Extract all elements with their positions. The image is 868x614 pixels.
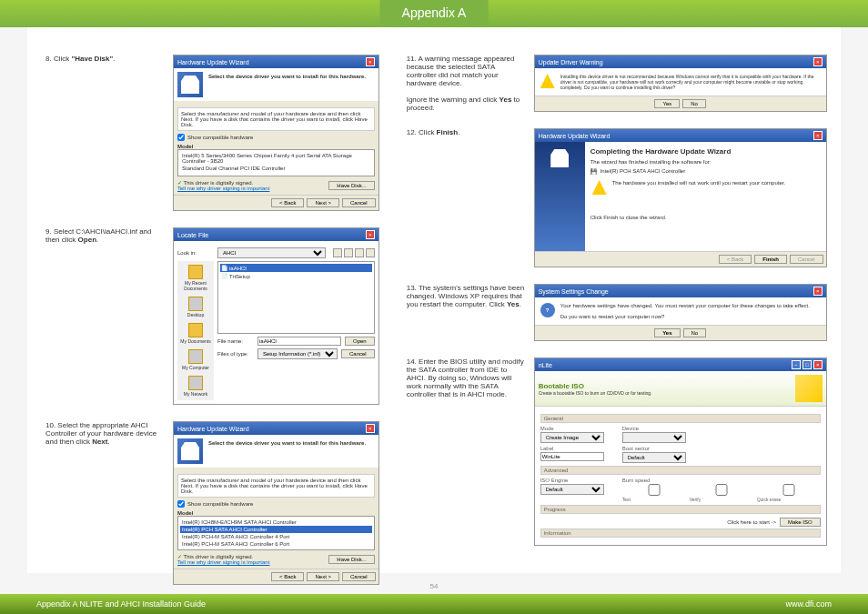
no-button[interactable]: No bbox=[682, 99, 706, 108]
views-icon[interactable] bbox=[366, 248, 375, 257]
file-list[interactable]: 📄iaAHCI 📄TrtSetup bbox=[217, 261, 375, 334]
open-button[interactable]: Open bbox=[345, 337, 375, 346]
folder-select[interactable]: AHCI bbox=[217, 247, 326, 258]
warning-icon bbox=[592, 180, 607, 195]
verify-check[interactable] bbox=[690, 484, 753, 496]
step-after: . bbox=[113, 55, 115, 63]
warn-titlebar: Update Driver Warning× bbox=[535, 55, 826, 68]
model-list[interactable]: Intel(R) 5 Series/3400 Series Chipset Fa… bbox=[177, 149, 375, 176]
title: System Settings Change bbox=[539, 288, 609, 295]
filetype-select[interactable]: Setup Information (*.inf) bbox=[257, 348, 338, 359]
finish-p3: Click Finish to close the wizard. bbox=[590, 215, 821, 220]
up-icon[interactable] bbox=[344, 248, 353, 257]
finish-heading: Completing the Hardware Update Wizard bbox=[590, 147, 821, 156]
close-icon[interactable]: × bbox=[366, 57, 375, 66]
model-item[interactable]: Intel(R) PCH-M SATA AHCI Controller 4 Po… bbox=[180, 533, 372, 540]
filename-input[interactable] bbox=[257, 337, 341, 346]
footer-left: Appendix A NLITE and AHCI Installation G… bbox=[36, 599, 206, 609]
make-iso-button[interactable]: Make ISO bbox=[780, 518, 821, 527]
step-body: Enter the BIOS utility and modify the SA… bbox=[407, 357, 524, 398]
right-column: 11. A warning message appeared because t… bbox=[407, 55, 827, 564]
wizard-icon bbox=[177, 438, 203, 464]
mode-label: Mode bbox=[540, 426, 604, 431]
model-list[interactable]: Intel(R) ICH8M-E/ICH9M SATA AHCI Control… bbox=[177, 516, 375, 550]
place-recent[interactable]: My Recent Documents bbox=[179, 265, 212, 291]
close-icon[interactable]: × bbox=[813, 57, 823, 66]
signing-link[interactable]: Tell me why driver signing is important bbox=[177, 186, 269, 191]
step-8: 8. Click "Have Disk". Hardware Update Wi… bbox=[45, 55, 379, 211]
back-button[interactable]: < Back bbox=[271, 198, 305, 207]
test-check[interactable] bbox=[622, 484, 686, 496]
place-docs[interactable]: My Documents bbox=[180, 323, 210, 344]
step-bold: Yes bbox=[507, 300, 520, 308]
step-body: A warning message appeared because the s… bbox=[407, 55, 515, 87]
info-label: Information bbox=[540, 528, 821, 538]
places-bar: My Recent Documents Desktop My Documents… bbox=[177, 261, 214, 400]
file-item[interactable]: 📄iaAHCI bbox=[220, 264, 372, 272]
finish-button[interactable]: Finish bbox=[754, 255, 787, 264]
label-input[interactable] bbox=[540, 452, 604, 461]
step-after: . bbox=[458, 128, 459, 136]
step-body: Click bbox=[54, 55, 72, 63]
model-item[interactable]: Intel(R) 5 Series/3400 Series Chipset Fa… bbox=[180, 152, 372, 165]
step-14-text: 14. Enter the BIOS utility and modify th… bbox=[407, 357, 525, 398]
cancel-button[interactable]: Cancel bbox=[790, 255, 823, 264]
step-14: 14. Enter the BIOS utility and modify th… bbox=[407, 357, 827, 546]
close-icon[interactable]: × bbox=[813, 287, 823, 296]
compat-checkbox[interactable] bbox=[177, 134, 185, 141]
back-button[interactable]: < Back bbox=[719, 255, 752, 264]
bootsec-select[interactable]: Default bbox=[622, 452, 686, 463]
model-item[interactable]: Intel(R) ICH8M-E/ICH9M SATA AHCI Control… bbox=[180, 518, 372, 526]
max-icon[interactable]: □ bbox=[802, 360, 812, 369]
device-select[interactable] bbox=[622, 432, 686, 443]
have-disk-button[interactable]: Have Disk... bbox=[328, 555, 374, 564]
page-content: 8. Click "Have Disk". Hardware Update Wi… bbox=[27, 27, 841, 573]
step-9-text: 9. Select C:\AHCI\iaAHCI.inf and then cl… bbox=[45, 227, 164, 244]
close-icon[interactable]: × bbox=[366, 230, 375, 239]
yes-button[interactable]: Yes bbox=[654, 328, 680, 337]
newfolder-icon[interactable] bbox=[355, 248, 364, 257]
model-item[interactable]: Intel(R) PCH-M SATA AHCI Controller 6 Po… bbox=[180, 540, 372, 548]
step-num: 13. bbox=[407, 284, 417, 292]
close-icon[interactable]: × bbox=[813, 360, 823, 369]
step-13-text: 13. The system's settings have been chan… bbox=[407, 284, 525, 308]
next-button[interactable]: Next > bbox=[307, 198, 339, 207]
finish-p2: The hardware you installed will not work… bbox=[612, 180, 785, 186]
back-icon[interactable] bbox=[333, 248, 342, 257]
min-icon[interactable]: − bbox=[792, 360, 801, 369]
model-item[interactable]: Intel(R) PCH SATA AHCI Controller bbox=[180, 526, 372, 533]
file-item[interactable]: 📄TrtSetup bbox=[220, 272, 372, 280]
model-item[interactable]: Standard Dual Channel PCI IDE Controller bbox=[180, 165, 372, 172]
screenshot-9: Locate File× Look in: AHCI My Recent Doc… bbox=[173, 227, 379, 405]
yes-button[interactable]: Yes bbox=[654, 99, 680, 108]
no-button[interactable]: No bbox=[683, 328, 707, 337]
cancel-button[interactable]: Cancel bbox=[341, 349, 375, 358]
close-icon[interactable]: × bbox=[813, 131, 823, 140]
place-computer[interactable]: My Computer bbox=[182, 349, 209, 370]
close-icon[interactable]: × bbox=[366, 424, 375, 433]
bootsec-label: Boot sector bbox=[622, 446, 686, 451]
quick-check[interactable] bbox=[757, 484, 821, 496]
warning-icon bbox=[540, 74, 555, 88]
click-label: Click here to start -> bbox=[727, 519, 776, 525]
signing-link[interactable]: Tell me why driver signing is important bbox=[177, 559, 269, 565]
have-disk-button[interactable]: Have Disk... bbox=[328, 181, 374, 190]
general-label: General bbox=[540, 414, 821, 423]
iso-select[interactable]: Default bbox=[540, 484, 604, 495]
chk-label: Show compatible hardware bbox=[187, 135, 253, 140]
sys-titlebar: System Settings Change× bbox=[535, 285, 826, 297]
finish-p1: The wizard has finished installing the s… bbox=[590, 159, 821, 165]
step-bold: "Have Disk" bbox=[71, 55, 113, 63]
place-desktop[interactable]: Desktop bbox=[187, 297, 204, 317]
place-network[interactable]: My Network bbox=[184, 376, 207, 397]
step-11: 11. A warning message appeared because t… bbox=[407, 55, 827, 112]
wizard-titlebar: Hardware Update Wizard× bbox=[174, 422, 378, 435]
wizard-icon bbox=[177, 72, 203, 97]
step-bold: Finish bbox=[437, 128, 459, 136]
lookin-label: Look in: bbox=[177, 250, 214, 256]
mode-select[interactable]: Create Image bbox=[540, 432, 604, 443]
sys-q: Do you want to restart your computer now… bbox=[560, 314, 810, 319]
compat-checkbox[interactable] bbox=[177, 500, 185, 508]
info-icon: ? bbox=[540, 303, 555, 317]
cancel-button[interactable]: Cancel bbox=[342, 198, 376, 207]
